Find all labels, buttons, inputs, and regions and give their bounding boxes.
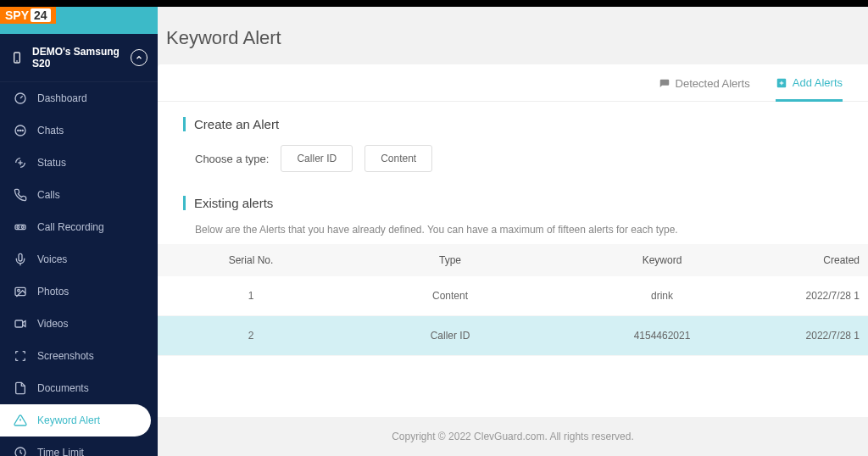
sidebar-item-photos[interactable]: Photos	[0, 275, 158, 308]
section-title-existing: Existing alerts	[183, 196, 843, 210]
tab-add-alerts[interactable]: Add Alerts	[776, 76, 843, 102]
logo-num: 24	[31, 8, 51, 22]
svg-point-6	[22, 130, 23, 131]
svg-point-10	[17, 226, 19, 229]
plus-icon	[776, 77, 787, 89]
section-title-create: Create an Alert	[183, 117, 843, 131]
caller-id-button[interactable]: Caller ID	[281, 145, 353, 172]
status-icon	[14, 156, 27, 170]
recording-icon	[14, 220, 27, 234]
cell-keyword: drink	[556, 290, 768, 302]
existing-desc: Below are the Alerts that you have alrea…	[183, 224, 843, 236]
nav-label: Documents	[37, 382, 89, 394]
sidebar-item-screenshots[interactable]: Screenshots	[0, 340, 158, 372]
chat-icon	[14, 124, 27, 137]
create-alert-section: Create an Alert Choose a type: Caller ID…	[158, 102, 868, 181]
footer-copyright: Copyright © 2022 ClevGuard.com. All righ…	[158, 417, 868, 456]
tab-label: Add Alerts	[793, 76, 843, 89]
existing-alerts-section: Existing alerts Below are the Alerts tha…	[158, 181, 868, 244]
alerts-table: Serial No. Type Keyword Created 1 Conten…	[158, 244, 868, 356]
cell-serial: 2	[158, 330, 344, 342]
phone-icon	[10, 51, 24, 64]
col-header-keyword: Keyword	[556, 254, 768, 266]
col-header-created: Created	[768, 254, 868, 266]
device-selector[interactable]: DEMO's Samsung S20	[0, 34, 158, 82]
nav-label: Photos	[37, 286, 69, 298]
nav-label: Voices	[37, 253, 67, 265]
nav-label: Time Limit	[37, 447, 84, 456]
sidebar-item-dashboard[interactable]: Dashboard	[0, 82, 158, 114]
nav-label: Status	[37, 157, 66, 169]
tab-detected-alerts[interactable]: Detected Alerts	[659, 76, 750, 101]
nav-label: Dashboard	[37, 92, 87, 104]
sidebar-header: SPY 24 ts	[0, 7, 158, 34]
page-title: Keyword Alert	[158, 7, 868, 64]
detected-icon	[659, 78, 670, 90]
nav-label: Calls	[37, 189, 60, 201]
svg-point-11	[21, 226, 24, 229]
screenshot-icon	[14, 349, 27, 363]
sidebar: SPY 24 ts DEMO's Samsung S20 Dashboard C…	[0, 7, 158, 456]
alert-icon	[14, 414, 27, 427]
sidebar-item-keyword-alert[interactable]: Keyword Alert	[0, 404, 151, 437]
cell-keyword: 4154462021	[556, 330, 768, 342]
svg-rect-15	[15, 320, 23, 327]
sidebar-item-voices[interactable]: Voices	[0, 243, 158, 275]
logo-text: SPY	[5, 8, 29, 22]
content-button[interactable]: Content	[364, 145, 432, 172]
nav-label: Call Recording	[37, 221, 104, 233]
document-icon	[14, 381, 27, 395]
main-content: Keyword Alert Detected Alerts Add Alerts…	[158, 7, 868, 456]
mic-icon	[14, 253, 27, 266]
nav-label: Screenshots	[37, 350, 94, 362]
video-icon	[14, 317, 27, 331]
sidebar-item-chats[interactable]: Chats	[0, 114, 158, 147]
photo-icon	[14, 285, 27, 298]
svg-point-5	[19, 130, 20, 131]
clock-icon	[14, 446, 27, 456]
sidebar-item-time-limit[interactable]: Time Limit	[0, 437, 158, 456]
cell-created: 2022/7/28 1	[768, 330, 868, 342]
tabs: Detected Alerts Add Alerts	[158, 64, 868, 102]
device-name: DEMO's Samsung S20	[32, 46, 131, 70]
dashboard-icon	[14, 92, 27, 105]
tab-label: Detected Alerts	[676, 77, 750, 90]
nav-label: Videos	[37, 318, 68, 330]
sidebar-item-status[interactable]: Status	[0, 147, 158, 179]
cell-created: 2022/7/28 1	[768, 290, 868, 302]
chevron-up-icon[interactable]	[131, 49, 147, 66]
cell-serial: 1	[158, 290, 344, 302]
choose-type-label: Choose a type:	[195, 153, 269, 165]
table-header: Serial No. Type Keyword Created	[158, 244, 868, 276]
svg-marker-16	[23, 321, 25, 327]
col-header-type: Type	[344, 254, 556, 266]
table-row[interactable]: 1 Content drink 2022/7/28 1	[158, 276, 868, 316]
sidebar-item-videos[interactable]: Videos	[0, 308, 158, 340]
sidebar-item-documents[interactable]: Documents	[0, 372, 158, 404]
col-header-serial: Serial No.	[158, 254, 344, 266]
sidebar-item-call-recording[interactable]: Call Recording	[0, 211, 158, 243]
sidebar-item-calls[interactable]: Calls	[0, 179, 158, 211]
table-row[interactable]: 2 Caller ID 4154462021 2022/7/28 1	[158, 316, 868, 356]
content-card: Detected Alerts Add Alerts Create an Ale…	[158, 64, 868, 417]
svg-point-4	[18, 130, 19, 131]
nav-label: Chats	[37, 125, 64, 136]
cell-type: Content	[344, 290, 556, 302]
nav-label: Keyword Alert	[37, 414, 100, 426]
cell-type: Caller ID	[344, 330, 556, 342]
calls-icon	[14, 188, 27, 202]
svg-point-14	[18, 289, 20, 292]
nav-list: Dashboard Chats Status Calls Call Record…	[0, 82, 158, 456]
logo-badge: SPY 24	[0, 7, 56, 24]
